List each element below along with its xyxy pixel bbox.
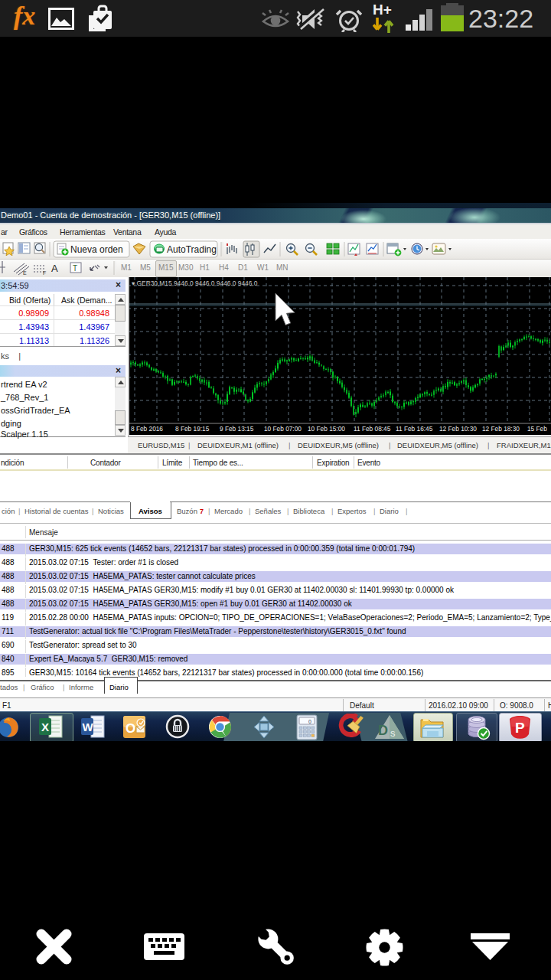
svg-text:W: W: [83, 720, 94, 733]
svg-text:O: O: [126, 721, 135, 736]
svg-text:10 Feb 15:00: 10 Feb 15:00: [308, 425, 345, 433]
svg-text:Nueva orden: Nueva orden: [70, 244, 123, 255]
svg-text:▾ GER30,M15 9446.0 9446.0 944: ▾ GER30,M15 9446.0 9446.0 9446.0 9446.0: [132, 279, 258, 287]
svg-text:AutoTrading: AutoTrading: [167, 244, 217, 255]
svg-text:D: D: [378, 723, 388, 738]
svg-text:s: s: [390, 727, 396, 739]
svg-text:11 Feb 16:45: 11 Feb 16:45: [396, 425, 433, 433]
svg-text:A: A: [51, 263, 58, 274]
svg-text:0: 0: [308, 719, 311, 724]
svg-text:10 Feb 07:00: 10 Feb 07:00: [264, 425, 302, 433]
svg-text:F: F: [43, 270, 46, 276]
svg-text:X: X: [41, 720, 49, 733]
svg-text:11 Feb 08:45: 11 Feb 08:45: [354, 425, 391, 433]
svg-text:P: P: [515, 720, 525, 736]
svg-text:8 Feb 2016: 8 Feb 2016: [131, 425, 163, 433]
svg-text:15 Feb: 15 Feb: [527, 425, 547, 433]
svg-text:E: E: [23, 270, 27, 276]
svg-text:9 Feb 13:15: 9 Feb 13:15: [220, 425, 254, 433]
svg-text:12 Feb 18:30: 12 Feb 18:30: [482, 425, 520, 433]
svg-text:8 Feb 19:15: 8 Feb 19:15: [175, 425, 210, 433]
svg-text:12 Feb 10:30: 12 Feb 10:30: [439, 425, 477, 433]
svg-text:T: T: [73, 264, 77, 273]
